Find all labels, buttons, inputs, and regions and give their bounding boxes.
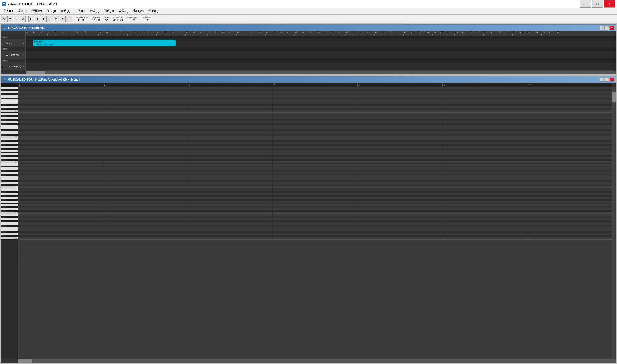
midi-block[interactable]: NewPart Luotianyi_CHN_Meng	[33, 40, 176, 46]
grid-row[interactable]	[18, 221, 612, 222]
piano-key-G5[interactable]	[1, 95, 18, 98]
piano-key-F0[interactable]	[1, 227, 18, 229]
grid-row[interactable]	[18, 150, 612, 153]
grid-row[interactable]	[18, 119, 612, 121]
piano-key-A5[interactable]	[1, 91, 18, 94]
piano-key-G1[interactable]	[1, 197, 18, 199]
grid-row[interactable]	[18, 153, 612, 155]
select-tool-button[interactable]: ↖	[1, 16, 7, 22]
stop-button[interactable]: ■	[35, 16, 40, 22]
piano-key-G4[interactable]	[1, 121, 18, 123]
piano-key-Eb1[interactable]	[6, 206, 18, 208]
piano-key-C0[interactable]: C0	[1, 237, 18, 240]
grid-row[interactable]	[18, 127, 612, 130]
grid-row[interactable]	[18, 176, 612, 178]
grid-row[interactable]	[18, 195, 612, 197]
piano-key-A2[interactable]	[1, 168, 18, 170]
fast-forward-button[interactable]: ⏭	[54, 16, 59, 22]
piano-key-A4[interactable]	[1, 117, 18, 119]
piano-key-D2[interactable]	[1, 182, 18, 185]
piano-key-C3[interactable]: C3	[1, 161, 18, 163]
piano-key-Gb0[interactable]	[6, 225, 18, 227]
piano-key-Db5[interactable]	[6, 108, 18, 110]
piano-key-D5[interactable]	[1, 106, 18, 108]
piano-key-F3[interactable]	[1, 150, 18, 153]
pause-button[interactable]: ⏸	[41, 16, 47, 22]
track-editor-minimize[interactable]: ─	[600, 26, 604, 30]
grid-row[interactable]	[18, 186, 612, 189]
scrollbar-thumb[interactable]	[26, 71, 45, 74]
piano-key-G2[interactable]	[1, 172, 18, 174]
piano-key-Db1[interactable]	[6, 210, 18, 212]
grid-row[interactable]	[18, 163, 612, 166]
grid-row[interactable]	[18, 206, 612, 208]
grid-row[interactable]	[18, 235, 612, 237]
grid-row[interactable]	[18, 225, 612, 227]
grid-row[interactable]	[18, 227, 612, 229]
grid-row[interactable]	[18, 140, 612, 142]
piano-key-A1[interactable]	[1, 193, 18, 195]
track-h-scrollbar[interactable]	[1, 71, 616, 74]
grid-row-extra[interactable]	[18, 240, 612, 242]
piano-key-Ab5[interactable]	[6, 94, 18, 95]
musical-editor-close[interactable]: ✕	[610, 78, 614, 82]
grid-row[interactable]	[18, 90, 612, 91]
piano-key-Bb5[interactable]	[6, 90, 18, 91]
quantize-value[interactable]: 1/4▼	[129, 19, 135, 21]
grid-row[interactable]	[18, 185, 612, 186]
note-grid[interactable]	[18, 87, 612, 359]
grid-row-extra[interactable]	[18, 255, 612, 257]
piano-key-E1[interactable]	[1, 204, 18, 206]
piano-key-Ab3[interactable]	[6, 144, 18, 146]
grid-row[interactable]	[18, 197, 612, 199]
menu-job[interactable]: 任务(J)	[44, 8, 58, 14]
grid-row[interactable]	[18, 222, 612, 225]
track-editor-close[interactable]: ✕	[610, 26, 614, 30]
piano-key-Ab2[interactable]	[6, 170, 18, 172]
grid-row[interactable]	[18, 217, 612, 218]
grid-row[interactable]	[18, 110, 612, 113]
piano-key-A3[interactable]	[1, 142, 18, 144]
track-editor-maximize[interactable]: □	[605, 26, 609, 30]
piano-key-A0[interactable]	[1, 218, 18, 221]
grid-row[interactable]	[18, 108, 612, 110]
grid-row[interactable]	[18, 204, 612, 206]
grid-row[interactable]	[18, 174, 612, 176]
grid-row[interactable]	[18, 233, 612, 235]
grid-row[interactable]	[18, 155, 612, 157]
v-scrollbar-thumb[interactable]	[612, 92, 616, 102]
grid-row-extra[interactable]	[18, 259, 612, 261]
menu-track[interactable]: 音轨(T)	[58, 8, 73, 14]
grid-row-extra[interactable]	[18, 253, 612, 255]
grid-row[interactable]	[18, 94, 612, 95]
length-value[interactable]: 1/4▼	[143, 19, 149, 21]
rewind-button[interactable]: ⏮	[47, 16, 53, 22]
piano-key-B1[interactable]	[1, 189, 18, 191]
grid-row[interactable]	[18, 106, 612, 108]
piano-key-E5[interactable]	[1, 102, 18, 104]
close-button[interactable]: ✕	[604, 0, 615, 8]
grid-row[interactable]	[18, 100, 612, 102]
grid-row[interactable]	[18, 208, 612, 210]
grid-row[interactable]	[18, 231, 612, 233]
grid-row[interactable]	[18, 102, 612, 104]
musical-h-scrollbar-thumb[interactable]	[18, 359, 32, 363]
grid-row[interactable]	[18, 191, 612, 193]
grid-row[interactable]	[18, 159, 612, 161]
grid-row[interactable]	[18, 237, 612, 240]
grid-row[interactable]	[18, 168, 612, 170]
grid-row[interactable]	[18, 136, 612, 138]
piano-key-Db3[interactable]	[6, 159, 18, 161]
grid-row[interactable]	[18, 172, 612, 174]
piano-key-E3[interactable]	[1, 153, 18, 155]
tool4-button[interactable]: ⬡	[20, 16, 26, 22]
piano-key-Db0[interactable]	[6, 235, 18, 237]
grid-row[interactable]	[18, 157, 612, 159]
piano-key-Gb5[interactable]	[6, 98, 18, 100]
piano-key-Bb3[interactable]	[6, 140, 18, 142]
grid-row[interactable]	[18, 95, 612, 98]
track-content-2[interactable]	[26, 51, 616, 59]
grid-row-extra[interactable]	[18, 244, 612, 246]
piano-key-Db2[interactable]	[6, 185, 18, 186]
scrollbar-track[interactable]	[26, 71, 616, 74]
